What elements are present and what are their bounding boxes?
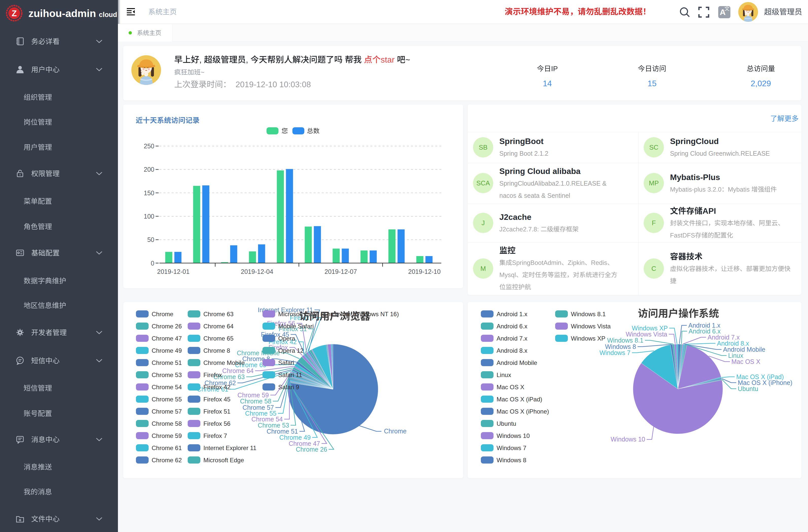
svg-text:Chrome: Chrome bbox=[152, 311, 173, 317]
svg-text:Safari 11: Safari 11 bbox=[278, 371, 302, 378]
svg-text:Windows 8.1: Windows 8.1 bbox=[607, 337, 643, 344]
svg-text:Ubuntu: Ubuntu bbox=[497, 420, 516, 427]
svg-text:Mac OS X (iPad): Mac OS X (iPad) bbox=[497, 396, 542, 403]
svg-text:Mac OS X: Mac OS X bbox=[731, 358, 760, 365]
svg-text:Firefox 51: Firefox 51 bbox=[203, 408, 231, 415]
svg-text:200: 200 bbox=[144, 166, 154, 173]
svg-text:Chrome 8: Chrome 8 bbox=[203, 347, 230, 354]
svg-text:Chrome Mobile: Chrome Mobile bbox=[203, 359, 245, 366]
svg-text:Chrome 58: Chrome 58 bbox=[152, 420, 182, 427]
svg-text:Chrome 47: Chrome 47 bbox=[152, 335, 182, 342]
svg-text:Internet Explorer 11: Internet Explorer 11 bbox=[203, 444, 256, 451]
svg-text:Android 6.x: Android 6.x bbox=[497, 323, 527, 330]
svg-text:Opera: Opera bbox=[278, 335, 295, 342]
svg-text:Chrome 61: Chrome 61 bbox=[152, 444, 182, 451]
svg-text:Microsoft Edge (Chromium; Wind: Microsoft Edge (Chromium; Windows NT 16) bbox=[278, 311, 399, 317]
svg-text:Chrome 26: Chrome 26 bbox=[152, 323, 182, 330]
svg-text:Chrome: Chrome bbox=[384, 427, 406, 435]
svg-text:Chrome 58: Chrome 58 bbox=[240, 398, 271, 405]
svg-text:Windows 8.1: Windows 8.1 bbox=[571, 311, 606, 317]
svg-text:Z: Z bbox=[12, 8, 17, 18]
svg-text:Android 8.x: Android 8.x bbox=[497, 347, 527, 354]
svg-text:Microsoft Edge: Microsoft Edge bbox=[203, 457, 244, 463]
svg-text:Linux: Linux bbox=[497, 371, 511, 378]
svg-text:2019-12-01: 2019-12-01 bbox=[157, 268, 190, 275]
svg-text:Chrome 63: Chrome 63 bbox=[203, 311, 234, 317]
svg-text:Mac OS X: Mac OS X bbox=[497, 384, 524, 390]
svg-text:Chrome 26: Chrome 26 bbox=[296, 446, 327, 453]
svg-text:50: 50 bbox=[147, 236, 154, 243]
svg-text:Chrome 55: Chrome 55 bbox=[152, 396, 182, 403]
svg-text:Mobile Safari: Mobile Safari bbox=[278, 323, 314, 330]
svg-text:Chrome 49: Chrome 49 bbox=[152, 347, 182, 354]
svg-text:Opera 12: Opera 12 bbox=[278, 347, 304, 354]
svg-text:2019-12-04: 2019-12-04 bbox=[241, 268, 273, 275]
svg-text:250: 250 bbox=[144, 143, 154, 150]
svg-text:Firefox 42: Firefox 42 bbox=[203, 384, 231, 390]
svg-text:Windows Vista: Windows Vista bbox=[571, 323, 611, 330]
svg-text:2019-12-07: 2019-12-07 bbox=[325, 268, 357, 275]
svg-text:Chrome 64: Chrome 64 bbox=[203, 323, 234, 330]
svg-text:Chrome 65: Chrome 65 bbox=[203, 335, 234, 342]
svg-text:Windows 10: Windows 10 bbox=[497, 432, 530, 439]
svg-text:Ubuntu: Ubuntu bbox=[738, 385, 758, 392]
svg-text:100: 100 bbox=[144, 213, 154, 220]
svg-text:Android Mobile: Android Mobile bbox=[497, 359, 537, 366]
svg-text:Safari: Safari bbox=[278, 359, 294, 366]
svg-text:Windows 7: Windows 7 bbox=[497, 444, 526, 451]
svg-text:Android 1.x: Android 1.x bbox=[497, 311, 527, 317]
svg-text:Chrome 51: Chrome 51 bbox=[152, 359, 182, 366]
svg-text:Windows 8: Windows 8 bbox=[497, 457, 526, 463]
svg-text:Firefox 7: Firefox 7 bbox=[203, 432, 227, 439]
svg-text:150: 150 bbox=[144, 189, 154, 197]
svg-text:Chrome 62: Chrome 62 bbox=[152, 457, 182, 463]
svg-text:Firefox: Firefox bbox=[203, 371, 222, 378]
svg-text:Firefox 45: Firefox 45 bbox=[203, 396, 231, 403]
svg-text:Windows 10: Windows 10 bbox=[611, 436, 645, 443]
svg-text:Android 7.x: Android 7.x bbox=[497, 335, 527, 342]
svg-text:Chrome 54: Chrome 54 bbox=[152, 384, 182, 390]
svg-text:Windows XP: Windows XP bbox=[571, 335, 605, 342]
svg-text:Chrome 53: Chrome 53 bbox=[152, 371, 182, 378]
svg-text:Firefox 56: Firefox 56 bbox=[203, 420, 231, 427]
svg-text:Chrome 57: Chrome 57 bbox=[152, 408, 182, 415]
svg-text:Safari 9: Safari 9 bbox=[278, 384, 299, 390]
svg-text:2019-12-10: 2019-12-10 bbox=[408, 268, 441, 275]
svg-text:0: 0 bbox=[151, 260, 154, 267]
svg-text:Chrome 59: Chrome 59 bbox=[152, 432, 182, 439]
svg-text:Mac OS X (iPhone): Mac OS X (iPhone) bbox=[497, 408, 549, 415]
svg-text:Windows 7: Windows 7 bbox=[600, 349, 630, 356]
